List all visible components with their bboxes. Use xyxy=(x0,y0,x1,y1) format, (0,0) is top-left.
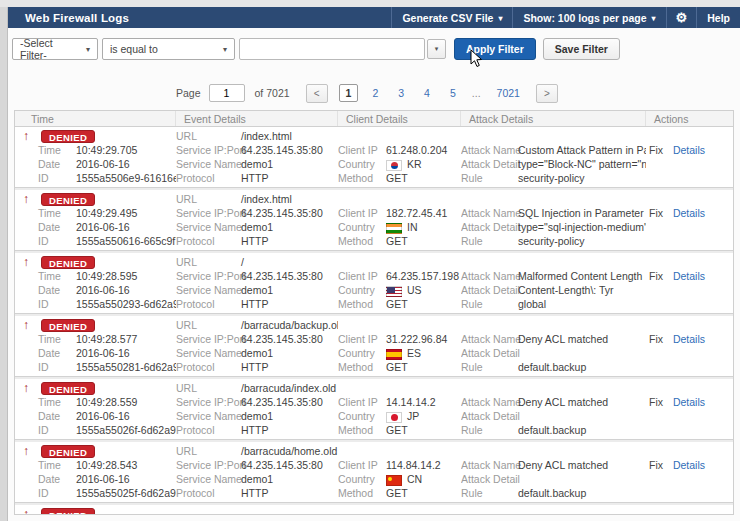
time-value: 10:49:28.543 xyxy=(76,459,137,471)
date-value: 2016-06-16 xyxy=(76,158,130,170)
next-page-button[interactable]: > xyxy=(536,84,558,103)
id-value: 1555a550616-665c9f76 xyxy=(76,235,176,247)
fix-link[interactable]: Fix xyxy=(649,333,663,345)
show-logs-per-page-dropdown[interactable]: Show: 100 logs per page ▾ xyxy=(512,7,665,28)
status-badge: DENIED xyxy=(41,193,95,206)
log-table-body: ↑ DENIED Time10:49:29.705 Date2016-06-16… xyxy=(15,127,733,502)
fix-link[interactable]: Fix xyxy=(649,144,663,156)
cell-time: ↑ DENIED Time10:49:28.543 Date2016-06-16… xyxy=(15,444,176,500)
details-link[interactable]: Details xyxy=(673,207,705,219)
pagination-bar: Page of 7021 < 12345...7021 > xyxy=(176,83,558,103)
page-link-4[interactable]: 4 xyxy=(414,87,440,99)
operator-select[interactable]: is equal to ▾ xyxy=(102,38,235,60)
rule-value: security-policy xyxy=(518,235,585,247)
table-row: ↑ DENIED Time10:49:28.595 Date2016-06-16… xyxy=(15,253,733,313)
table-row-partial: ↑ DENIED xyxy=(15,505,733,514)
filter-select[interactable]: -Select Filter- ▾ xyxy=(12,38,98,60)
service-name-value: demo1 xyxy=(241,410,273,422)
page-link-current[interactable]: 1 xyxy=(339,84,359,102)
protocol-value: HTTP xyxy=(241,424,268,436)
page-link-5[interactable]: 5 xyxy=(440,87,466,99)
fix-link[interactable]: Fix xyxy=(649,396,663,408)
cell-actions: Fix Details xyxy=(646,129,733,185)
filter-value-input[interactable] xyxy=(239,38,425,60)
generate-csv-button[interactable]: Generate CSV File ▾ xyxy=(391,7,512,28)
flag-us-icon xyxy=(386,286,402,297)
rule-label: Rule xyxy=(461,423,518,437)
method-value: GET xyxy=(386,361,408,373)
attack-name-value: Deny ACL matched xyxy=(518,333,608,345)
country-code-value: JP xyxy=(407,410,419,422)
date-value: 2016-06-16 xyxy=(76,284,130,296)
client-ip-label: Client IP xyxy=(338,458,386,472)
url-label: URL xyxy=(176,318,241,332)
page-number-input[interactable] xyxy=(209,84,245,102)
fix-link[interactable]: Fix xyxy=(649,459,663,471)
save-filter-button[interactable]: Save Filter xyxy=(543,38,620,60)
table-row: ↑ DENIED Time10:49:28.559 Date2016-06-16… xyxy=(15,379,733,439)
attack-detail-value: Content-Length\: Tyr xyxy=(518,284,614,296)
details-link[interactable]: Details xyxy=(673,144,705,156)
page-link-7021[interactable]: 7021 xyxy=(487,87,530,99)
method-label: Method xyxy=(338,360,386,374)
status-badge: DENIED xyxy=(41,508,95,515)
method-value: GET xyxy=(386,235,408,247)
fix-link[interactable]: Fix xyxy=(649,270,663,282)
date-value: 2016-06-16 xyxy=(76,221,130,233)
flag-cn-icon xyxy=(386,475,402,486)
rule-value: global xyxy=(518,298,546,310)
attack-name-label: Attack Name xyxy=(461,143,518,157)
client-ip-value: 182.72.45.41 xyxy=(386,207,447,219)
page-link-3[interactable]: 3 xyxy=(388,87,414,99)
prev-page-button[interactable]: < xyxy=(306,84,328,103)
fix-link[interactable]: Fix xyxy=(649,207,663,219)
date-label: Date xyxy=(38,157,76,171)
time-value: 10:49:29.495 xyxy=(76,207,137,219)
service-ip-value: 64.235.145.35:80 xyxy=(241,144,323,156)
log-table: Time Event Details Client Details Attack… xyxy=(14,110,734,515)
service-name-label: Service Name xyxy=(176,157,241,171)
rule-label: Rule xyxy=(461,234,518,248)
attack-name-label: Attack Name xyxy=(461,458,518,472)
page-link-2[interactable]: 2 xyxy=(362,87,388,99)
date-label: Date xyxy=(38,283,76,297)
cell-attack-details: Attack NameDeny ACL matched Attack Detai… xyxy=(461,318,646,374)
cell-client-details: Client IP64.235.157.198 CountryUS Method… xyxy=(338,255,461,311)
cell-time: ↑ DENIED Time10:49:28.595 Date2016-06-16… xyxy=(15,255,176,311)
filter-history-dropdown-button[interactable]: ▾ xyxy=(427,39,446,59)
attack-detail-label: Attack Detail xyxy=(461,157,518,171)
details-link[interactable]: Details xyxy=(673,333,705,345)
rule-label: Rule xyxy=(461,360,518,374)
cell-actions: Fix Details xyxy=(646,444,733,500)
table-row: ↑ DENIED Time10:49:28.577 Date2016-06-16… xyxy=(15,316,733,376)
time-value: 10:49:28.595 xyxy=(76,270,137,282)
apply-filter-button[interactable]: Apply Filter xyxy=(454,38,536,60)
attack-detail-label: Attack Detail xyxy=(461,220,518,234)
date-value: 2016-06-16 xyxy=(76,347,130,359)
details-link[interactable]: Details xyxy=(673,396,705,408)
protocol-value: HTTP xyxy=(241,298,268,310)
country-label: Country xyxy=(338,346,386,360)
flag-kr-icon xyxy=(386,160,402,171)
country-code-value: CN xyxy=(407,473,422,485)
details-link[interactable]: Details xyxy=(673,270,705,282)
country-code-value: KR xyxy=(407,158,422,170)
details-link[interactable]: Details xyxy=(673,459,705,471)
time-label: Time xyxy=(38,143,76,157)
attack-detail-label: Attack Detail xyxy=(461,283,518,297)
time-label: Time xyxy=(38,395,76,409)
time-value: 10:49:28.577 xyxy=(76,333,137,345)
cell-client-details: Client IP14.14.14.2 CountryJP MethodGET xyxy=(338,381,461,437)
top-edge-strip xyxy=(0,0,740,7)
protocol-value: HTTP xyxy=(241,172,268,184)
help-button[interactable]: Help xyxy=(696,7,740,28)
settings-button[interactable]: ⚙ xyxy=(666,7,697,28)
url-value: /barracuda/home.old xyxy=(241,445,337,457)
service-ip-value: 64.235.145.35:80 xyxy=(241,333,323,345)
page-title: Web Firewall Logs xyxy=(8,12,129,24)
id-value: 1555a550293-6d62a97e xyxy=(76,298,176,310)
service-ip-label: Service IP:Port xyxy=(176,458,241,472)
url-label: URL xyxy=(176,129,241,143)
service-name-value: demo1 xyxy=(241,347,273,359)
content-area: -Select Filter- ▾ is equal to ▾ ▾ Apply … xyxy=(8,28,740,521)
